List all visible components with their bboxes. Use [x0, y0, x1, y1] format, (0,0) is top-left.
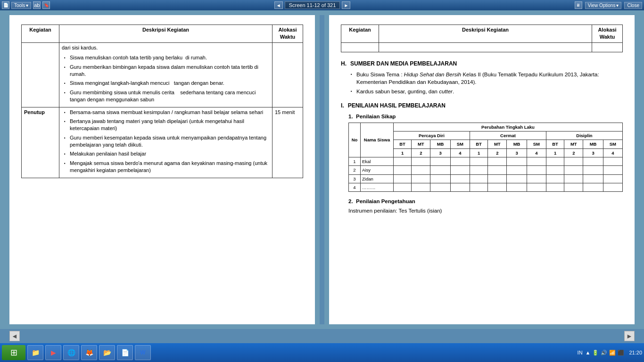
taskbar-item-firefox[interactable]: 🦊 — [81, 345, 97, 360]
network-icon: 📶 — [609, 350, 616, 356]
cell — [507, 183, 527, 191]
left-table: Kegiatan Deskripsi Kegiatan Alokasi Wakt… — [21, 25, 303, 178]
n1-4: 4 — [450, 148, 470, 157]
n1-2: 2 — [412, 148, 430, 157]
tools-menu[interactable]: Tools ▾ — [11, 2, 31, 9]
taskbar-item-player[interactable]: ▶ — [45, 345, 61, 360]
prev-screen-button[interactable]: ◄ — [274, 1, 283, 9]
cell — [412, 157, 430, 165]
cell — [603, 157, 622, 165]
status-icon: ⬛ — [618, 350, 624, 356]
locale-indicator: IN — [578, 350, 583, 355]
cell — [430, 166, 450, 174]
tools-label: Tools — [14, 3, 25, 8]
cell — [603, 174, 622, 183]
n2-3: 3 — [507, 148, 527, 157]
close-button[interactable]: Close — [624, 2, 642, 9]
n2-2: 2 — [488, 148, 507, 157]
mb1-header: MB — [430, 140, 450, 148]
list-item: Buku Siswa Tema : Hidup Sehat dan Bersih… — [351, 71, 623, 86]
cell — [412, 174, 430, 183]
sub2-title: 2. Penilaian Pengetahuan — [348, 197, 623, 205]
n1-3: 3 — [430, 148, 450, 157]
taskbar-item-doc[interactable]: 📄 — [117, 345, 133, 360]
row-nama: Aisy — [361, 166, 394, 174]
cell — [450, 166, 470, 174]
cell — [527, 166, 546, 174]
nama-header: Nama Siswa — [361, 123, 394, 157]
row-no: 2 — [349, 166, 361, 174]
col-kegiatan-header: Kegiatan — [22, 25, 59, 43]
col-alokasi-header: Alokasi Waktu — [272, 25, 303, 43]
col-deskripsi-header: Deskripsi Kegiatan — [59, 25, 272, 43]
row-nama: Zidan — [361, 174, 394, 183]
sub-section-2: 2. Penilaian Pengetahuan Instrumen penil… — [348, 197, 623, 214]
sm3-header: SM — [603, 140, 622, 148]
taskbar-item-files[interactable]: 📁 — [27, 345, 43, 360]
cell — [603, 183, 622, 191]
section-h: H. SUMBER DAN MEDIA PEMBELAJARAN Buku Si… — [341, 60, 623, 95]
section-h-label: H. — [341, 60, 347, 68]
view-options-button[interactable]: View Options ▾ — [585, 2, 622, 9]
list-item: Siswa mengingat langkah-langkah mencuci … — [64, 80, 270, 87]
cell — [470, 183, 487, 191]
bt3-header: BT — [546, 140, 564, 148]
list-item: Mengajak semua siswa berdo'a menurut aga… — [64, 160, 270, 174]
next-screen-button[interactable]: ► — [342, 1, 350, 9]
bullet-list-2: Bersama-sama siswa membuat kesimpulan / … — [62, 109, 270, 174]
cell — [507, 174, 527, 183]
highlight-icon[interactable]: ab — [33, 1, 41, 9]
n2-4: 4 — [527, 148, 546, 157]
kegiatan-cell-2: Penutup — [22, 107, 59, 178]
mt3-header: MT — [564, 140, 583, 148]
cell — [412, 183, 430, 191]
battery-icon: 🔋 — [592, 350, 599, 356]
list-item: Guru memberi kesempatan kepada siswa unt… — [64, 134, 270, 149]
folder-icon: 📂 — [102, 348, 112, 357]
cell — [546, 157, 564, 165]
cell — [583, 166, 603, 174]
cell — [507, 157, 527, 165]
n3-1: 1 — [546, 148, 564, 157]
empty-cell — [592, 42, 623, 52]
bullet-list-1: Siswa menuliskan contoh tata tertib yang… — [62, 54, 270, 103]
titlebar: 📄 Tools ▾ ab 🔖 ◄ Screen 11-12 of 321 ► 🖥… — [0, 0, 644, 10]
deskripsi-cell-1: dari sisi kardus. Siswa menuliskan conto… — [59, 42, 272, 107]
section-h-heading: SUMBER DAN MEDIA PEMBELAJARAN — [350, 60, 457, 68]
perubahan-header: Perubahan Tingkah Laku — [394, 123, 623, 131]
n2-1: 1 — [470, 148, 487, 157]
cell — [564, 166, 583, 174]
taskbar-item-folder[interactable]: 📂 — [99, 345, 115, 360]
taskbar-item-word[interactable]: W — [135, 345, 151, 360]
cell — [394, 166, 412, 174]
sm1-header: SM — [450, 140, 470, 148]
empty-cell — [379, 42, 592, 52]
cell — [488, 174, 507, 183]
main-content: Kegiatan Deskripsi Kegiatan Alokasi Wakt… — [0, 10, 644, 329]
cell — [527, 174, 546, 183]
page-divider — [320, 15, 324, 324]
cell — [527, 157, 546, 165]
cell — [470, 166, 487, 174]
start-button[interactable]: ⊞ — [2, 345, 25, 360]
right-page: Kegiatan Deskripsi Kegiatan Alokasi Wakt… — [329, 15, 635, 324]
speaker-icon: 🔊 — [601, 350, 607, 356]
left-page: Kegiatan Deskripsi Kegiatan Alokasi Wakt… — [9, 15, 315, 324]
cell — [583, 183, 603, 191]
scroll-left-button[interactable]: ◄ — [9, 331, 20, 341]
cell — [394, 183, 412, 191]
scroll-right-button[interactable]: ► — [624, 331, 635, 341]
r-col-alokasi: Alokasi Waktu — [592, 25, 623, 43]
row-nama: Ekal — [361, 157, 394, 165]
tools-arrow: ▾ — [26, 3, 28, 8]
cell — [412, 166, 430, 174]
view-options-arrow: ▾ — [616, 3, 619, 8]
taskbar-item-chrome[interactable]: 🌐 — [63, 345, 79, 360]
bookmark-icon[interactable]: 🔖 — [42, 1, 50, 9]
list-item: Siswa menuliskan contoh tata tertib yang… — [64, 54, 270, 61]
n3-2: 2 — [564, 148, 583, 157]
table-row — [341, 42, 623, 52]
cell — [527, 183, 546, 191]
section-h-title: H. SUMBER DAN MEDIA PEMBELAJARAN — [341, 60, 623, 68]
titlebar-right: 🖥 View Options ▾ Close — [575, 1, 642, 9]
